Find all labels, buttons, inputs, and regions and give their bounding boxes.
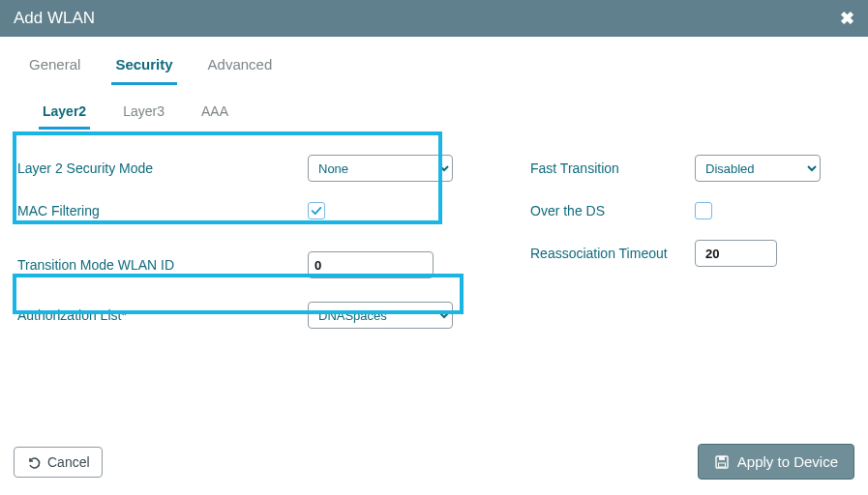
undo-icon [26, 454, 42, 470]
label-security-mode: Layer 2 Security Mode [17, 160, 308, 176]
form-col-right: Fast Transition Disabled Over the DS Rea… [530, 147, 854, 336]
label-fast-transition: Fast Transition [530, 160, 695, 176]
cancel-label: Cancel [47, 454, 90, 470]
input-transition-mode[interactable] [308, 251, 434, 278]
apply-button[interactable]: Apply to Device [698, 444, 854, 480]
select-auth-list[interactable]: DNASpaces [308, 302, 453, 329]
titlebar: Add WLAN ✖ [0, 0, 868, 37]
label-auth-list: Authorization List* [17, 307, 308, 323]
select-security-mode[interactable]: None [308, 155, 453, 182]
form-area: Layer 2 Security Mode None MAC Filtering… [14, 130, 854, 336]
checkbox-mac-filtering[interactable] [308, 202, 325, 219]
label-mac-filtering: MAC Filtering [17, 203, 308, 218]
svg-rect-2 [718, 463, 725, 467]
tab-security[interactable]: Security [111, 50, 176, 85]
row-mac-filtering: MAC Filtering [17, 189, 453, 232]
row-auth-list: Authorization List* DNASpaces [17, 294, 453, 336]
close-icon[interactable]: ✖ [840, 8, 854, 29]
subtab-aaa[interactable]: AAA [197, 100, 232, 130]
svg-rect-1 [719, 456, 725, 460]
select-fast-transition[interactable]: Disabled [695, 155, 821, 182]
row-over-ds: Over the DS [530, 189, 854, 232]
check-icon [310, 204, 323, 218]
label-over-ds: Over the DS [530, 203, 695, 218]
form-col-left: Layer 2 Security Mode None MAC Filtering… [17, 147, 453, 336]
cancel-button[interactable]: Cancel [14, 447, 103, 478]
row-fast-transition: Fast Transition Disabled [530, 147, 854, 189]
footer: Cancel Apply to Device [0, 434, 868, 495]
primary-tabs: General Security Advanced [14, 37, 854, 86]
tab-general[interactable]: General [25, 50, 84, 85]
tab-advanced[interactable]: Advanced [204, 50, 277, 85]
row-security-mode: Layer 2 Security Mode None [17, 147, 453, 189]
apply-label: Apply to Device [737, 453, 838, 470]
dialog-content: General Security Advanced Layer2 Layer3 … [0, 37, 868, 336]
label-transition-mode: Transition Mode WLAN ID [17, 257, 308, 273]
sub-tabs: Layer2 Layer3 AAA [14, 86, 854, 130]
row-transition-mode: Transition Mode WLAN ID [17, 244, 453, 286]
label-reassoc: Reassociation Timeout [530, 246, 695, 261]
input-reassoc[interactable] [695, 240, 777, 267]
subtab-layer3[interactable]: Layer3 [119, 100, 168, 130]
row-reassoc: Reassociation Timeout [530, 232, 854, 275]
subtab-layer2[interactable]: Layer2 [39, 100, 90, 130]
dialog-title: Add WLAN [14, 9, 95, 28]
checkbox-over-ds[interactable] [695, 202, 712, 219]
save-icon [714, 454, 730, 470]
